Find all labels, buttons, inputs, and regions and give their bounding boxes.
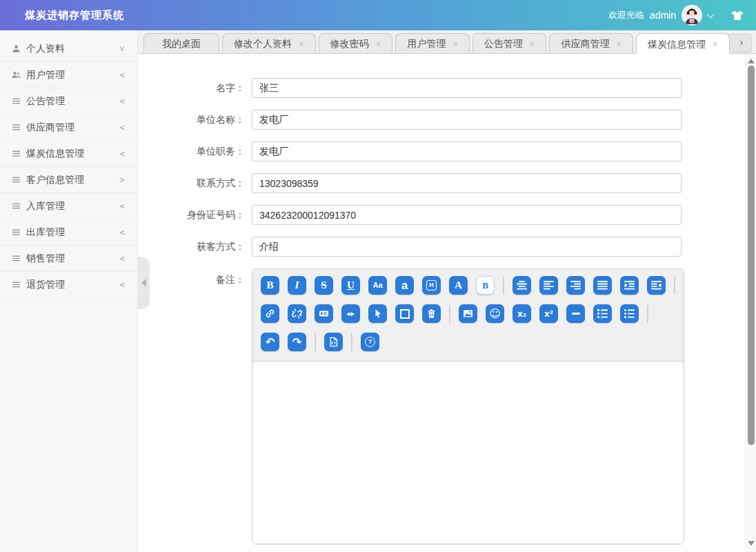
sidebar-item-3[interactable]: 供应商管理<: [0, 115, 137, 141]
toolbar-strikethrough-button[interactable]: S: [315, 276, 333, 295]
toolbar-superscript-button[interactable]: x²: [539, 304, 558, 323]
toolbar-font-size-button[interactable]: a: [395, 276, 414, 295]
toolbar-source-code-button[interactable]: [324, 333, 343, 351]
form-input-1[interactable]: [252, 110, 682, 130]
tab-4[interactable]: 公告管理×: [472, 33, 547, 53]
app-title: 煤炭进销存管理系统: [25, 0, 124, 30]
form-input-3[interactable]: [252, 173, 682, 193]
sidebar-collapse-handle[interactable]: [138, 257, 150, 309]
toolbar-subscript-button[interactable]: x₂: [513, 304, 531, 323]
list-icon: [12, 175, 23, 184]
tab-close-icon[interactable]: ×: [299, 39, 304, 48]
sidebar-item-0[interactable]: 个人资料<: [0, 36, 137, 62]
ordered-list-icon: [597, 308, 608, 319]
tab-0[interactable]: 我的桌面: [143, 33, 219, 53]
welcome-text: 欢迎光临: [608, 9, 644, 21]
tab-3[interactable]: 用户管理×: [395, 33, 470, 53]
sidebar-item-4[interactable]: 煤炭信息管理<: [0, 141, 137, 167]
toolbar-redo-button[interactable]: ↷: [288, 333, 306, 351]
frame-icon: [400, 309, 410, 319]
sidebar-item-7[interactable]: 出库管理<: [0, 219, 137, 246]
toolbar-code-button[interactable]: ◂▸: [341, 304, 360, 323]
toolbar-separator: [674, 277, 675, 295]
scroll-up-arrow-icon[interactable]: [748, 59, 755, 63]
toolbar-font-family-button[interactable]: Aa: [368, 276, 387, 295]
theme-tshirt-icon[interactable]: [731, 10, 744, 21]
form-input-0[interactable]: [252, 78, 682, 98]
toolbar-separator: [449, 305, 450, 323]
underline-icon: U: [347, 280, 355, 290]
toolbar-outdent-button[interactable]: [647, 276, 666, 295]
tabs-scroll-right-button[interactable]: ›: [737, 38, 746, 48]
tab-5[interactable]: 供应商管理×: [549, 33, 633, 53]
chevron-down-icon[interactable]: [706, 10, 714, 18]
username[interactable]: admin: [650, 10, 676, 21]
form-row-0: 名字：: [159, 78, 745, 98]
chevron-left-icon: <: [119, 96, 125, 106]
toolbar-horizontal-rule-button[interactable]: [566, 304, 585, 323]
heading-icon: H: [426, 280, 437, 290]
top-header: 煤炭进销存管理系统 欢迎光临 admin: [0, 0, 756, 30]
users-icon: [12, 70, 23, 79]
toolbar-cursor-button[interactable]: [368, 304, 387, 323]
toolbar-indent-button[interactable]: [620, 276, 639, 295]
toolbar-unordered-list-button[interactable]: [620, 304, 639, 323]
toolbar-ordered-list-button[interactable]: [593, 304, 612, 323]
tab-close-icon[interactable]: ×: [713, 39, 718, 48]
unordered-list-icon: [624, 308, 635, 319]
list-icon: [12, 97, 23, 106]
tab-label: 公告管理: [484, 34, 523, 53]
toolbar-heading-button[interactable]: H: [422, 276, 441, 295]
tag-icon: [319, 308, 329, 319]
image-icon: [463, 308, 473, 319]
toolbar-tag-button[interactable]: [315, 304, 333, 323]
scrollbar-thumb[interactable]: [748, 66, 755, 445]
form-label-4: 身份证号码：: [159, 209, 245, 221]
toolbar-undo-button[interactable]: ↶: [261, 333, 279, 351]
toolbar-image-button[interactable]: [459, 304, 477, 323]
toolbar-emoticon-button[interactable]: ☺: [486, 304, 504, 323]
content-scrollbar[interactable]: [745, 54, 756, 552]
toolbar-align-right-button[interactable]: [566, 276, 585, 295]
form-input-2[interactable]: [252, 141, 682, 161]
toolbar-align-left-button[interactable]: [539, 276, 558, 295]
toolbar-link-button[interactable]: [261, 304, 279, 323]
toolbar-bold-button[interactable]: B: [261, 276, 279, 295]
scroll-down-arrow-icon[interactable]: [748, 541, 755, 546]
sidebar-item-label: 客户信息管理: [26, 174, 84, 186]
toolbar-underline-button[interactable]: U: [341, 276, 360, 295]
toolbar-italic-button[interactable]: I: [288, 276, 306, 295]
toolbar-frame-button[interactable]: [395, 304, 414, 323]
tab-close-icon[interactable]: ×: [616, 39, 621, 48]
toolbar-font-color-button[interactable]: A: [449, 276, 468, 295]
tab-2[interactable]: 修改密码×: [319, 33, 393, 53]
form-input-5[interactable]: [252, 237, 682, 257]
tab-6[interactable]: 煤炭信息管理×: [636, 33, 730, 54]
tab-close-icon[interactable]: ×: [530, 39, 535, 48]
toolbar-help-button[interactable]: ?: [361, 333, 379, 351]
rich-text-editor: BISUAaaHAB◂▸☺x₂x²↶↷?: [252, 268, 684, 544]
form-input-4[interactable]: [252, 205, 682, 225]
align-center-icon: [517, 280, 527, 290]
tab-close-icon[interactable]: ×: [376, 39, 381, 48]
sidebar-item-2[interactable]: 公告管理<: [0, 88, 137, 115]
toolbar-separator: [351, 333, 352, 351]
subscript-icon: x₂: [517, 310, 526, 318]
sidebar-item-6[interactable]: 入库管理<: [0, 193, 137, 219]
toolbar-align-justify-button[interactable]: [593, 276, 612, 295]
user-avatar[interactable]: [682, 5, 702, 26]
sidebar-item-1[interactable]: 用户管理<: [0, 62, 137, 88]
sidebar-item-5[interactable]: 客户信息管理>: [0, 167, 137, 193]
align-left-icon: [544, 280, 554, 290]
toolbar-background-color-button[interactable]: B: [476, 276, 495, 295]
strikethrough-icon: S: [321, 280, 326, 290]
sidebar-item-9[interactable]: 退货管理<: [0, 272, 137, 298]
toolbar-unlink-button[interactable]: [288, 304, 306, 323]
editor-content[interactable]: [252, 362, 684, 544]
sidebar-item-8[interactable]: 销售管理<: [0, 246, 137, 272]
tab-1[interactable]: 修改个人资料×: [222, 33, 316, 53]
tab-close-icon[interactable]: ×: [452, 39, 458, 48]
sidebar-item-label: 出库管理: [26, 226, 65, 239]
toolbar-remove-button[interactable]: [422, 304, 441, 323]
toolbar-align-center-button[interactable]: [513, 276, 531, 295]
